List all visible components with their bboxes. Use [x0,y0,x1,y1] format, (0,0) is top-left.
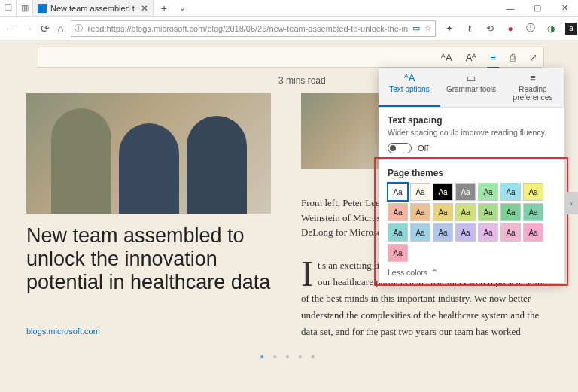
window-close-button[interactable]: ✕ [551,0,578,16]
theme-swatch[interactable]: Aa [388,244,408,262]
chevron-up-icon: ⌃ [431,268,438,277]
ext-icon-4[interactable]: ● [504,23,516,35]
fullscreen-icon[interactable]: ⤢ [529,52,537,63]
theme-swatch[interactable]: Aa [410,183,430,201]
browser-tab[interactable]: New team assembled t ✕ [33,0,154,16]
theme-swatch[interactable]: Aa [433,203,453,221]
less-colors-toggle[interactable]: Less colors ⌃ [388,268,555,277]
tab-text-options[interactable]: ᴬAText options [379,68,440,107]
text-spacing-section: Text spacing Wider spacing could improve… [379,108,564,160]
nav-forward-button[interactable]: → [23,23,33,35]
theme-swatch[interactable]: Aa [388,183,408,201]
text-options-panel: ᴬAText options ▭Grammar tools ≡Reading p… [379,68,564,283]
theme-swatch[interactable]: Aa [410,223,430,242]
text-options-tab-icon: ᴬA [404,72,415,84]
theme-swatch[interactable]: Aa [455,203,476,221]
theme-swatch[interactable]: Aa [388,223,408,242]
theme-swatch[interactable]: Aa [478,223,498,242]
theme-swatch[interactable]: Aa [500,183,521,201]
tab-grammar-tools[interactable]: ▭Grammar tools [440,68,502,107]
tab-title: New team assembled t [50,4,137,13]
theme-swatch-grid: AaAaAaAaAaAaAaAaAaAaAaAaAaAaAaAaAaAaAaAa… [388,183,555,262]
address-bar: ← → ⟳ ⌂ ⓘ read:https://blogs.microsoft.c… [0,17,578,41]
extension-icons: ✦ ℓ ⟲ ● ⓘ ◑ a ◐ ▦ ⋯ [443,23,578,35]
ext-icon-3[interactable]: ⟲ [484,23,496,35]
toggle-switch-icon[interactable] [388,143,412,153]
theme-swatch[interactable]: Aa [500,203,521,221]
url-text: read:https://blogs.microsoft.com/blog/20… [87,24,408,33]
theme-swatch[interactable]: Aa [523,203,543,221]
theme-swatch[interactable]: Aa [478,183,498,201]
theme-swatch[interactable]: Aa [523,223,543,242]
window-maximize-button[interactable]: ▢ [524,0,551,16]
window-minimize-button[interactable]: — [497,0,524,16]
nav-home-button[interactable]: ⌂ [57,23,63,35]
nav-back-button[interactable]: ← [5,23,15,35]
tab-chevron-icon[interactable]: ⌄ [175,0,190,16]
page-themes-title: Page themes [388,168,555,178]
site-info-icon[interactable]: ⓘ [75,23,83,34]
theme-swatch[interactable]: Aa [388,203,408,221]
new-tab-button[interactable]: + [154,0,175,16]
hero-image [26,93,271,214]
theme-swatch[interactable]: Aa [433,183,453,201]
nav-refresh-button[interactable]: ⟳ [41,23,50,35]
theme-swatch[interactable]: Aa [455,183,476,201]
scroll-right-button[interactable]: › [564,192,578,214]
tab-close-icon[interactable]: ✕ [141,3,148,14]
text-spacing-sub: Wider spacing could improve reading flue… [388,128,555,137]
theme-swatch[interactable]: Aa [500,223,521,242]
ext-icon-5[interactable]: ⓘ [525,23,537,35]
text-size-icon[interactable]: Aᴬ [466,52,477,63]
page-themes-section: Page themes AaAaAaAaAaAaAaAaAaAaAaAaAaAa… [379,160,564,283]
text-spacing-toggle[interactable]: Off [388,143,555,153]
titlebar: ❐ ▥ New team assembled t ✕ + ⌄ — ▢ ✕ [0,0,578,17]
tab-preview-icon[interactable]: ❐ [0,0,17,16]
reading-toolbar: ᴬA Aᴬ ≡ ⎙ ⤢ [38,47,544,68]
reading-tab-icon: ≡ [530,72,536,84]
tab-reading-preferences[interactable]: ≡Reading preferences [502,68,564,107]
drop-cap: I [301,257,318,290]
ext-icon-7[interactable]: a [565,23,577,35]
print-icon[interactable]: ⎙ [510,52,516,63]
favorite-star-icon[interactable]: ☆ [424,23,432,33]
article-headline: New team assembled to unlock the innovat… [26,224,275,294]
grammar-tab-icon: ▭ [467,72,476,84]
tab-aside-icon[interactable]: ▥ [17,0,33,16]
theme-swatch[interactable]: Aa [410,203,430,221]
url-input[interactable]: ⓘ read:https://blogs.microsoft.com/blog/… [71,20,436,37]
theme-swatch[interactable]: Aa [433,223,453,242]
favicon-icon [38,4,47,13]
reading-view-icon[interactable]: ▭ [412,23,420,33]
page-dots[interactable]: ● ● ● ● ● [0,352,578,360]
theme-swatch[interactable]: Aa [478,203,498,221]
read-time: 3 mins read [278,75,326,86]
ext-icon-1[interactable]: ✦ [443,23,455,35]
text-options-icon[interactable]: ≡ [490,52,496,63]
source-link[interactable]: blogs.microsoft.com [26,327,100,336]
learning-tools-icon[interactable]: ᴬA [441,52,452,63]
panel-tabs: ᴬAText options ▭Grammar tools ≡Reading p… [379,68,564,108]
theme-swatch[interactable]: Aa [455,223,476,242]
ext-icon-2[interactable]: ℓ [464,23,476,35]
theme-swatch[interactable]: Aa [523,183,543,201]
ext-icon-6[interactable]: ◑ [545,23,557,35]
text-spacing-title: Text spacing [388,115,555,126]
toggle-state: Off [418,144,428,153]
